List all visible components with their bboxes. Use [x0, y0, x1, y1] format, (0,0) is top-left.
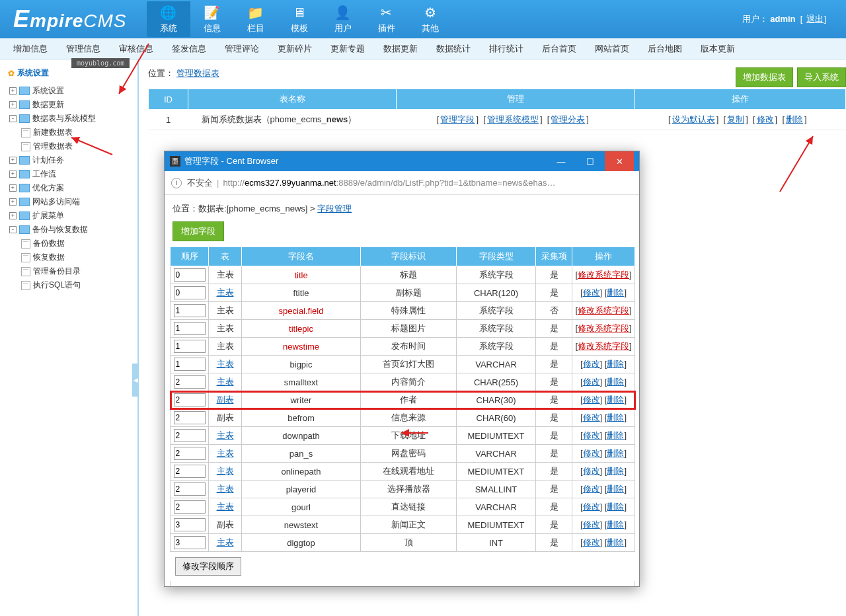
field-op[interactable]: 修改	[583, 520, 600, 529]
topnav-其他[interactable]: ⚙其他	[408, 1, 452, 37]
order-input[interactable]	[174, 340, 206, 353]
field-op[interactable]: 删除	[607, 484, 624, 494]
table-switch[interactable]: 主表	[217, 448, 234, 458]
field-op[interactable]: 修改	[583, 484, 600, 494]
topnav-插件[interactable]: ✂插件	[365, 1, 408, 37]
tree-item[interactable]: -备份与恢复数据	[3, 223, 135, 237]
minimize-button[interactable]: —	[547, 151, 576, 171]
order-input[interactable]	[174, 286, 206, 299]
table-switch[interactable]: 主表	[217, 377, 234, 387]
op-link[interactable]: 删除	[786, 114, 803, 124]
subnav-item[interactable]: 签发信息	[172, 43, 206, 55]
topnav-信息[interactable]: 📝信息	[190, 1, 234, 37]
tree-subitem[interactable]: 管理备份目录	[3, 264, 135, 278]
field-op[interactable]: 修改	[583, 502, 600, 512]
subnav-item[interactable]: 审核信息	[119, 43, 153, 55]
tree-subitem[interactable]: 新建数据表	[3, 126, 135, 139]
field-op[interactable]: 删除	[607, 377, 624, 387]
field-op[interactable]: 修改	[583, 377, 600, 387]
field-op[interactable]: 修改	[583, 448, 600, 458]
field-op[interactable]: 修改	[583, 288, 600, 297]
table-switch[interactable]: 主表	[217, 484, 234, 494]
op-link[interactable]: 复制	[727, 114, 744, 124]
field-op[interactable]: 修改系统字段	[578, 341, 629, 351]
topnav-模板[interactable]: 🖥模板	[278, 1, 321, 37]
subnav-item[interactable]: 管理信息	[66, 43, 100, 55]
manage-link[interactable]: 管理字段	[440, 114, 475, 124]
op-link[interactable]: 修改	[757, 114, 774, 124]
table-switch[interactable]: 主表	[217, 502, 234, 512]
subnav-item[interactable]: 增加信息	[13, 43, 48, 55]
field-op[interactable]: 修改系统字段	[578, 305, 629, 315]
field-op[interactable]: 删除	[607, 502, 624, 512]
table-switch[interactable]: 主表	[217, 359, 234, 369]
tree-item[interactable]: +计划任务	[3, 153, 135, 167]
order-input[interactable]	[174, 358, 206, 371]
op-link[interactable]: 设为默认表	[672, 114, 715, 124]
subnav-item[interactable]: 后台地图	[648, 43, 682, 55]
subnav-item[interactable]: 管理评论	[225, 43, 259, 55]
tree-item[interactable]: +扩展菜单	[3, 209, 135, 223]
table-switch[interactable]: 主表	[217, 466, 234, 476]
field-op[interactable]: 修改	[583, 430, 600, 440]
field-op[interactable]: 删除	[607, 537, 624, 547]
field-op[interactable]: 删除	[607, 412, 624, 422]
tree-subitem[interactable]: 恢复数据	[3, 250, 135, 264]
order-input[interactable]	[174, 465, 206, 478]
manage-link[interactable]: 管理系统模型	[487, 114, 539, 124]
subnav-item[interactable]: 数据统计	[436, 43, 471, 55]
field-op[interactable]: 修改系统字段	[578, 270, 629, 280]
order-input[interactable]	[174, 536, 206, 549]
manage-link[interactable]: 管理分表	[551, 114, 585, 124]
order-input[interactable]	[174, 518, 206, 531]
topnav-栏目[interactable]: 📁栏目	[234, 1, 278, 37]
field-op[interactable]: 删除	[607, 359, 624, 369]
tree-item[interactable]: +网站多访问端	[3, 195, 135, 209]
action-button[interactable]: 增加数据表	[736, 67, 793, 87]
table-switch[interactable]: 主表	[217, 537, 234, 547]
order-input[interactable]	[174, 482, 206, 496]
order-input[interactable]	[174, 393, 206, 406]
field-op[interactable]: 修改系统字段	[578, 323, 629, 333]
tree-subitem[interactable]: 管理数据表	[3, 139, 135, 153]
close-button[interactable]: ✕	[605, 151, 634, 171]
breadcrumb-link[interactable]: 管理数据表	[176, 68, 219, 78]
subnav-item[interactable]: 网站首页	[595, 43, 629, 55]
field-op[interactable]: 修改	[583, 537, 600, 547]
tree-item[interactable]: +数据更新	[3, 98, 135, 112]
subnav-item[interactable]: 后台首页	[542, 43, 576, 55]
field-op[interactable]: 修改	[583, 395, 600, 404]
tree-item[interactable]: +优化方案	[3, 181, 135, 195]
info-icon[interactable]: i	[171, 178, 182, 188]
subnav-item[interactable]: 数据更新	[383, 43, 418, 55]
subnav-item[interactable]: 更新专题	[330, 43, 365, 55]
field-op[interactable]: 修改	[583, 466, 600, 476]
action-button[interactable]: 导入系统	[797, 67, 846, 87]
field-op[interactable]: 删除	[607, 466, 624, 476]
table-switch[interactable]: 主表	[217, 288, 234, 297]
order-input[interactable]	[174, 268, 206, 282]
order-input[interactable]	[174, 500, 206, 514]
table-switch[interactable]: 副表	[217, 395, 234, 404]
logout-link[interactable]: 退出	[806, 14, 824, 24]
order-input[interactable]	[174, 375, 206, 389]
field-op[interactable]: 修改	[583, 359, 600, 369]
order-input[interactable]	[174, 429, 206, 442]
order-input[interactable]	[174, 447, 206, 460]
order-input[interactable]	[174, 322, 206, 335]
address-bar[interactable]: i 不安全 | http://ecms327.99yuanma.net:8889…	[165, 171, 639, 195]
subnav-item[interactable]: 版本更新	[701, 43, 735, 55]
field-op[interactable]: 删除	[607, 288, 624, 297]
tree-item[interactable]: +系统设置	[3, 84, 135, 98]
order-input[interactable]	[174, 411, 206, 424]
tree-item[interactable]: -数据表与系统模型	[3, 112, 135, 126]
order-input[interactable]	[174, 304, 206, 317]
submit-order-button[interactable]: 修改字段顺序	[175, 557, 241, 576]
add-field-button[interactable]: 增加字段	[173, 221, 224, 241]
field-op[interactable]: 删除	[607, 395, 624, 404]
field-op[interactable]: 删除	[607, 430, 624, 440]
topnav-用户[interactable]: 👤用户	[321, 1, 365, 37]
table-switch[interactable]: 主表	[217, 430, 234, 440]
tree-item[interactable]: +工作流	[3, 167, 135, 181]
field-op[interactable]: 删除	[607, 520, 624, 529]
